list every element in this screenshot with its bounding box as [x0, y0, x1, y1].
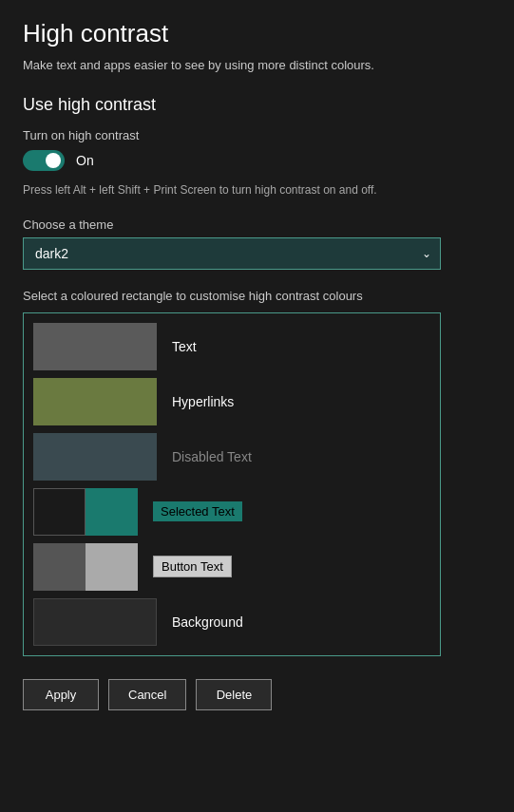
delete-button[interactable]: Delete — [196, 679, 272, 710]
theme-select[interactable]: dark2 dark1 High Contrast Black High Con… — [23, 237, 441, 270]
colour-row-hyperlinks: Hyperlinks — [33, 378, 430, 425]
hyperlinks-swatch[interactable] — [33, 378, 157, 425]
text-swatch[interactable] — [33, 323, 157, 370]
toggle-state-label: On — [76, 153, 94, 168]
selected-text-swatch-pair — [33, 488, 138, 536]
theme-select-wrapper: dark2 dark1 High Contrast Black High Con… — [23, 237, 441, 270]
disabled-text-swatch[interactable] — [33, 433, 157, 481]
page-title: High contrast — [23, 19, 491, 48]
colour-row-disabled-text: Disabled Text — [33, 433, 430, 481]
keyboard-hint: Press left Alt + left Shift + Print Scre… — [23, 182, 491, 198]
colour-row-selected-text: Selected Text — [33, 488, 430, 536]
toggle-label: Turn on high contrast — [23, 128, 491, 142]
button-text-badge: Button Text — [153, 556, 232, 577]
button-text-swatch-fg[interactable] — [86, 543, 138, 591]
colour-rect-label: Select a coloured rectangle to customise… — [23, 289, 491, 303]
selected-text-swatch-fg[interactable] — [86, 488, 138, 536]
subtitle: Make text and apps easier to see by usin… — [23, 58, 491, 72]
text-label: Text — [172, 339, 197, 354]
cancel-button[interactable]: Cancel — [108, 679, 186, 710]
high-contrast-toggle[interactable] — [23, 150, 65, 171]
button-text-swatch-bg[interactable] — [33, 543, 86, 591]
colour-row-text: Text — [33, 323, 430, 370]
button-text-swatch-pair — [33, 543, 138, 591]
theme-label: Choose a theme — [23, 217, 491, 232]
section-title: Use high contrast — [23, 95, 491, 115]
hyperlinks-label: Hyperlinks — [172, 394, 234, 409]
selected-text-swatch-bg[interactable] — [33, 488, 86, 536]
colour-row-background: Background — [33, 598, 430, 646]
background-swatch[interactable] — [33, 598, 157, 646]
colour-grid: Text Hyperlinks Disabled Text Selected T… — [23, 312, 441, 656]
background-label: Background — [172, 614, 243, 630]
selected-text-badge: Selected Text — [153, 501, 242, 521]
colour-row-button-text: Button Text — [33, 543, 430, 591]
disabled-text-label: Disabled Text — [172, 449, 252, 464]
apply-button[interactable]: Apply — [23, 679, 99, 710]
action-buttons: Apply Cancel Delete — [23, 679, 491, 710]
